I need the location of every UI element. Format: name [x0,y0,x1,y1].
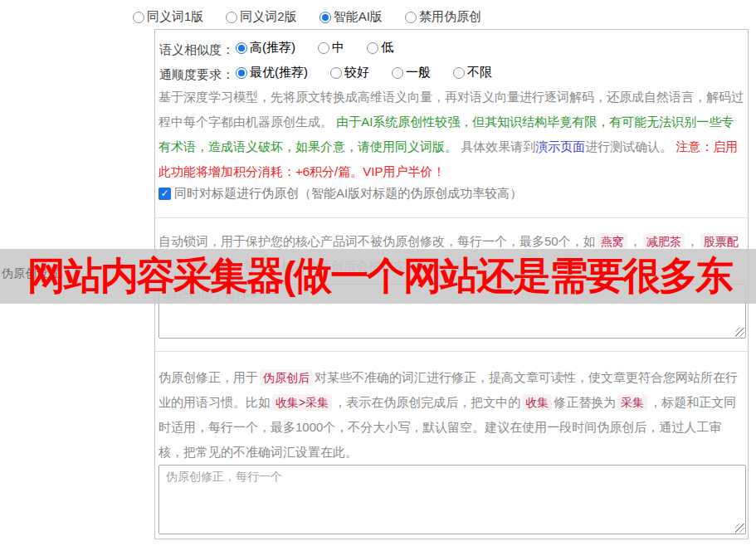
fluency-radio-group: 最优(推荐)较好一般不限 [236,67,492,81]
keyword-chip: 采集 [617,394,647,411]
radio-selected-icon[interactable] [236,67,247,79]
fluency-option[interactable]: 较好 [330,65,369,80]
radio-unselected-icon[interactable] [226,12,237,23]
radio-selected-icon[interactable] [236,42,247,54]
radio-unselected-icon[interactable] [392,67,403,79]
radio-unselected-icon[interactable] [330,67,342,79]
radio-unselected-icon[interactable] [133,12,144,23]
radio-option-label: 一般 [406,65,431,80]
fluency-option[interactable]: 最优(推荐) [236,65,308,80]
fix-words-textarea[interactable] [159,465,746,534]
radio-selected-icon[interactable] [319,12,331,23]
pseudo-original-settings-page: 同义词1版同义词2版智能AI版禁用伪原创 语义相似度：高(推荐)中低 通顺度要求… [0,0,756,546]
fluency-option[interactable]: 一般 [392,65,431,80]
radio-option-label: 高(推荐) [250,40,295,56]
title-rewrite-checkbox-row[interactable]: ✓ 同时对标题进行伪原创（智能AI版对标题的伪原创成功率较高） [159,186,522,202]
text-segment: 进行测试确认。 [585,139,676,154]
text-segment: 修正替换为 [554,395,616,409]
semantic-similarity-option[interactable]: 低 [367,40,393,56]
semantic-similarity-row: 语义相似度：高(推荐)中低 [159,40,393,58]
radio-option-label: 不限 [467,65,492,80]
mode-radio-group: 同义词1版同义词2版智能AI版禁用伪原创 [133,9,481,26]
radio-option-label: 低 [381,40,393,56]
keyword-chip: 收集 [522,394,552,411]
mode-radio-option[interactable]: 智能AI版 [319,9,383,25]
radio-unselected-icon[interactable] [405,12,417,23]
text-segment: ，表示在伪原创完成后，把文中的 [334,395,520,409]
keyword-chip: 燕窝 [597,233,627,250]
semantic-similarity-radio-group: 高(推荐)中低 [236,42,393,56]
semantic-similarity-option[interactable]: 中 [318,40,344,56]
radio-unselected-icon[interactable] [367,42,378,54]
fluency-label: 通顺度要求： [159,67,234,81]
mode-radio-option[interactable]: 同义词1版 [133,9,203,25]
text-segment: ， [629,234,641,248]
keyword-chip: 伪原创后 [260,369,313,386]
fluency-option[interactable]: 不限 [453,65,492,80]
semantic-similarity-option[interactable]: 高(推荐) [236,40,295,56]
text-segment: ， [686,234,699,248]
radio-option-label: 同义词1版 [147,9,203,25]
radio-unselected-icon[interactable] [318,42,329,54]
text-segment: 具体效果请到 [461,139,535,154]
radio-unselected-icon[interactable] [453,67,465,79]
keyword-chip: 收集>采集 [272,394,332,411]
semantic-similarity-label: 语义相似度： [159,42,234,56]
keyword-chip: 减肥茶 [643,233,685,250]
text-segment: 自动锁词，用于保护您的核心产品词不被伪原创修改，每行一个，最多50个，如 [159,234,596,248]
demo-page-link[interactable]: 演示页面 [535,139,585,154]
section-divider [155,351,748,352]
radio-option-label: 较好 [344,65,369,80]
fluency-row: 通顺度要求：最优(推荐)较好一般不限 [159,65,492,83]
radio-option-label: 禁用伪原创 [419,9,481,25]
mode-radio-option[interactable]: 同义词2版 [226,9,296,25]
banner-title-text: 网站内容采集器(做一个网站还是需要很多东 [27,249,732,304]
text-segment: 伪原创修正，用于 [159,370,258,384]
section-divider [155,217,748,218]
radio-option-label: 智能AI版 [334,9,383,25]
title-rewrite-checkbox-label: 同时对标题进行伪原创（智能AI版对标题的伪原创成功率较高） [174,186,522,202]
checked-checkbox-icon[interactable]: ✓ [159,188,171,200]
radio-option-label: 最优(推荐) [250,65,308,80]
fix-words-paragraph: 伪原创修正，用于伪原创后对某些不准确的词汇进行修正，提高文章可读性，使文章更符合… [159,365,745,465]
mode-radio-option[interactable]: 禁用伪原创 [405,9,481,25]
ai-description-paragraph: 基于深度学习模型，先将原文转换成高维语义向量，再对语义向量进行逐词解码，还原成自… [159,85,745,184]
radio-option-label: 同义词2版 [240,9,296,25]
radio-option-label: 中 [332,40,344,56]
